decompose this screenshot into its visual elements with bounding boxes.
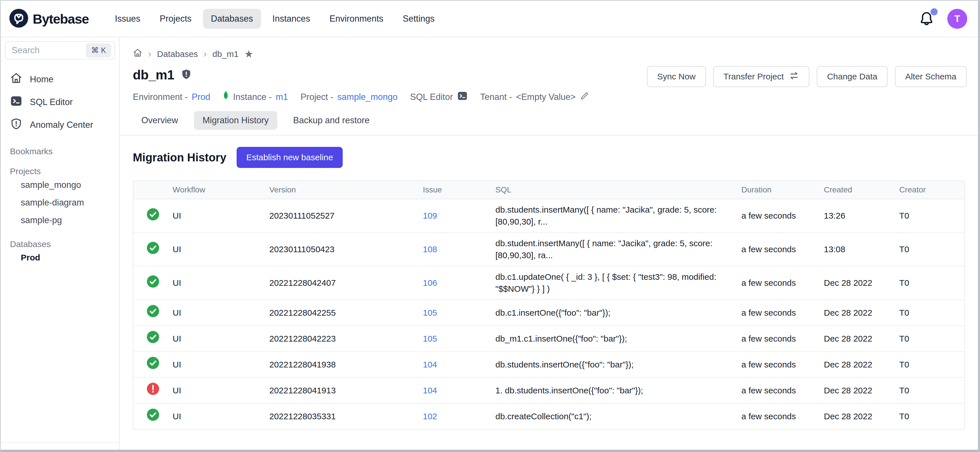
transfer-icon (789, 70, 799, 83)
cell-duration: a few seconds (741, 380, 824, 401)
nav-item-issues[interactable]: Issues (107, 9, 148, 29)
issue-link[interactable]: 105 (423, 334, 437, 343)
table-row[interactable]: UI 20230111052527 109 db.students.insert… (134, 199, 964, 233)
table-row[interactable]: UI 20221228042255 105 db.c1.insertOne({"… (134, 300, 964, 326)
cell-sql: db.c1.updateOne( { _id: 3 }, [ { $set: {… (495, 267, 741, 299)
cell-sql: 1. db.students.insertOne({"foo": "bar"})… (495, 380, 741, 401)
tab-overview[interactable]: Overview (133, 111, 186, 130)
cell-duration: a few seconds (741, 239, 824, 260)
cell-sql: db.students.insertMany([ { name: "Jacika… (495, 199, 741, 232)
cell-sql: db.student.insertMany([ { name: "Jacika"… (495, 233, 741, 266)
sidebar-section-projects: Projects sample_mongosample-diagramsampl… (5, 166, 115, 229)
establish-baseline-button[interactable]: Establish new baseline (237, 147, 343, 168)
main-panel: › Databases › db_m1 ★ db_m1 (120, 37, 978, 450)
sql-editor-open-icon[interactable] (457, 91, 468, 104)
cell-workflow: UI (173, 239, 269, 260)
search-shortcut-badge: ⌘ K (86, 43, 111, 57)
environment-link[interactable]: Prod (192, 92, 210, 102)
cell-workflow: UI (173, 205, 269, 226)
cell-creator: T0 (899, 354, 964, 375)
tenant-value: <Empty Value> (516, 92, 576, 102)
nav-item-instances[interactable]: Instances (264, 9, 318, 29)
cell-version: 20221228041913 (269, 380, 423, 401)
sidebar-item-prod[interactable]: Prod (5, 249, 115, 266)
issue-link[interactable]: 105 (423, 308, 437, 317)
success-check-icon (146, 356, 159, 372)
sidebar-item-home[interactable]: Home (5, 68, 115, 91)
cell-creator: T0 (899, 328, 964, 349)
sidebar-section-label: Projects (5, 166, 115, 176)
top-navbar: Bytebase IssuesProjectsDatabasesInstance… (1, 1, 978, 37)
alter-schema-button[interactable]: Alter Schema (895, 66, 967, 87)
user-avatar[interactable]: T (947, 9, 967, 29)
column-header-created: Created (824, 181, 899, 199)
page-title: db_m1 (133, 67, 174, 83)
edit-pencil-icon[interactable] (579, 91, 589, 103)
column-header-blank (134, 185, 173, 194)
success-check-icon (146, 408, 159, 424)
sync-now-button[interactable]: Sync Now (647, 66, 706, 87)
success-check-icon (146, 275, 159, 291)
cell-duration: a few seconds (741, 272, 824, 294)
home-icon[interactable] (133, 48, 143, 60)
cell-sql: db.c1.insertOne({"foo": "bar"}); (495, 302, 741, 323)
cell-created: Dec 28 2022 (824, 380, 899, 401)
instance-link[interactable]: m1 (276, 92, 288, 102)
protection-shield-icon (181, 69, 192, 81)
issue-link[interactable]: 104 (423, 386, 437, 395)
bookmark-star-icon[interactable]: ★ (244, 49, 253, 59)
tab-migration-history[interactable]: Migration History (194, 111, 277, 130)
issue-link[interactable]: 104 (423, 360, 437, 369)
cell-workflow: UI (173, 302, 269, 323)
table-row[interactable]: UI 20221228042407 106 db.c1.updateOne( {… (134, 267, 964, 300)
nav-item-databases[interactable]: Databases (203, 9, 261, 29)
cell-creator: T0 (899, 302, 964, 323)
sidebar-item-sample-pg[interactable]: sample-pg (5, 211, 115, 229)
breadcrumb: › Databases › db_m1 ★ (120, 37, 978, 60)
change-data-button[interactable]: Change Data (817, 66, 888, 87)
cell-creator: T0 (899, 380, 964, 401)
sidebar-item-sql-editor[interactable]: SQL Editor (5, 91, 115, 113)
bytebase-logo[interactable]: Bytebase (10, 9, 89, 29)
table-row[interactable]: UI 20221228041938 104 db.students.insert… (134, 352, 964, 378)
environment-label: Environment - (133, 92, 188, 102)
nav-item-projects[interactable]: Projects (152, 9, 200, 29)
breadcrumb-link-databases[interactable]: Databases (157, 49, 198, 59)
issue-link[interactable]: 106 (423, 278, 437, 287)
cell-duration: a few seconds (741, 406, 824, 427)
sidebar-item-anomaly-center[interactable]: Anomaly Center (5, 113, 115, 136)
cell-created: Dec 28 2022 (824, 328, 899, 349)
search-box: ⌘ K (5, 41, 115, 59)
sidebar-item-sample-diagram[interactable]: sample-diagram (5, 194, 115, 211)
success-check-icon (146, 331, 159, 347)
cell-creator: T0 (899, 205, 964, 226)
topbar-right: T (918, 9, 967, 29)
issue-link[interactable]: 109 (423, 211, 437, 220)
tab-backup-and-restore[interactable]: Backup and restore (285, 111, 378, 130)
table-row[interactable]: UI 20230111050423 108 db.student.insertM… (134, 233, 964, 267)
notification-bell-button[interactable] (918, 11, 935, 27)
nav-item-settings[interactable]: Settings (395, 9, 442, 29)
table-row[interactable]: UI 20221228041913 104 1. db.students.ins… (134, 378, 964, 404)
project-link[interactable]: sample_mongo (337, 92, 398, 102)
cell-workflow: UI (173, 328, 269, 349)
issue-link[interactable]: 108 (423, 244, 437, 254)
tab-bar: OverviewMigration HistoryBackup and rest… (120, 104, 978, 136)
issue-link[interactable]: 102 (423, 412, 437, 421)
page-header: db_m1 Environment - Prod (120, 60, 978, 104)
nav-item-environments[interactable]: Environments (321, 9, 391, 29)
success-check-icon (146, 241, 159, 257)
cell-duration: a few seconds (741, 302, 824, 323)
cell-created: 13:26 (824, 205, 899, 226)
transfer-project-button[interactable]: Transfer Project (713, 66, 809, 87)
cell-duration: a few seconds (741, 205, 824, 226)
brand-name: Bytebase (33, 11, 89, 27)
search-input[interactable] (12, 45, 86, 56)
home-icon (10, 72, 22, 87)
sidebar-item-sample-mongo[interactable]: sample_mongo (5, 176, 115, 194)
table-row[interactable]: UI 20221228035331 102 db.createCollectio… (134, 404, 964, 429)
table-row[interactable]: UI 20221228042223 105 db_m1.c1.insertOne… (134, 326, 964, 352)
cell-creator: T0 (899, 272, 964, 294)
cell-workflow: UI (173, 380, 269, 401)
sidebar-sections: Bookmarks Projects sample_mongosample-di… (5, 147, 115, 266)
